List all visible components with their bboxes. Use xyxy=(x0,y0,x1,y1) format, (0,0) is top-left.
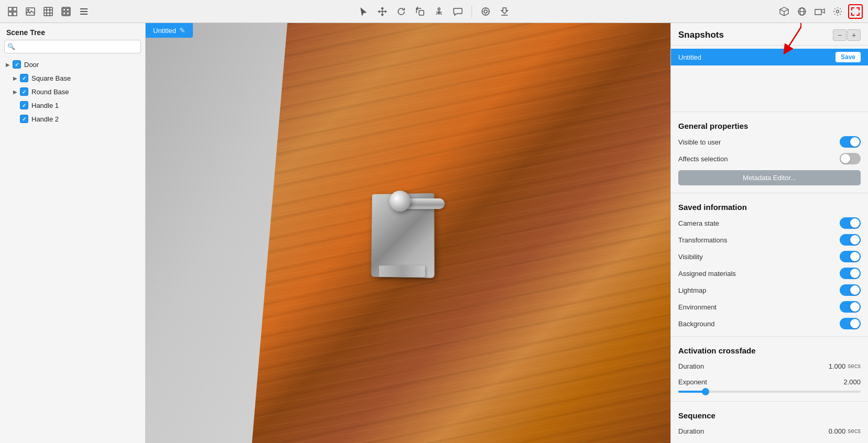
duration-row: Duration 1.000 secs xyxy=(671,358,868,374)
toolbar xyxy=(0,0,868,23)
rotate-icon[interactable] xyxy=(394,4,409,19)
camera-state-toggle[interactable] xyxy=(840,217,861,229)
settings-icon[interactable] xyxy=(830,4,845,19)
environment-toggle[interactable] xyxy=(840,301,861,313)
snapshot-save-button[interactable]: Save xyxy=(836,52,861,62)
tree-label-door: Door xyxy=(24,61,39,69)
sphere3d-icon[interactable] xyxy=(795,4,809,19)
cube3d-icon[interactable] xyxy=(777,4,791,19)
snapshot-header-buttons: − + xyxy=(833,29,861,41)
anchor-icon[interactable] xyxy=(432,4,447,19)
scene-tree-panel: Scene Tree 🔍 ▶ Door ▶ Square Base ▶ Roun… xyxy=(0,23,146,443)
visibility-row: Visibility xyxy=(671,248,868,265)
tree-expand-door[interactable]: ▶ xyxy=(4,61,12,68)
right-panel: Snapshots − + Untitled Save General prop… xyxy=(670,23,868,443)
snapshots-title: Snapshots xyxy=(678,30,724,40)
tree-checkbox-round-base[interactable] xyxy=(20,87,28,96)
search-input[interactable] xyxy=(4,40,141,53)
sequence-duration-row: Duration 0.000 secs xyxy=(671,423,868,439)
background-row: Background xyxy=(671,315,868,332)
svg-point-13 xyxy=(438,8,440,10)
svg-point-5 xyxy=(28,9,29,10)
tree-items: ▶ Door ▶ Square Base ▶ Round Base ▶ Hand… xyxy=(0,58,145,443)
visible-to-user-thumb xyxy=(850,137,860,147)
grid-icon[interactable] xyxy=(5,4,20,19)
search-icon: 🔍 xyxy=(7,43,15,50)
transformations-row: Transformations xyxy=(671,231,868,248)
image-icon[interactable] xyxy=(23,4,38,19)
target-icon[interactable] xyxy=(479,4,493,19)
background-toggle[interactable] xyxy=(840,318,861,329)
assigned-materials-thumb xyxy=(850,269,860,278)
comment-icon[interactable] xyxy=(451,4,465,19)
tree-item-handle-1[interactable]: ▶ Handle 1 xyxy=(0,98,145,112)
fullscreen-icon[interactable] xyxy=(848,4,863,19)
tree-expand-square-base[interactable]: ▶ xyxy=(12,74,19,82)
affects-selection-toggle[interactable] xyxy=(840,153,861,164)
toolbar-left xyxy=(5,4,91,19)
snapshot-minus-button[interactable]: − xyxy=(833,29,847,41)
visibility-toggle[interactable] xyxy=(840,251,861,262)
affects-selection-row: Affects selection xyxy=(671,150,868,167)
export-icon[interactable] xyxy=(497,4,512,19)
toolbar-separator xyxy=(472,5,472,18)
lightmap-row: Lightmap xyxy=(671,282,868,298)
tree-item-round-base[interactable]: ▶ Round Base xyxy=(0,85,145,98)
tree-item-door[interactable]: ▶ Door xyxy=(0,58,145,71)
viewport-edit-icon: ✎ xyxy=(179,26,186,35)
tree-item-handle-2[interactable]: ▶ Handle 2 xyxy=(0,112,145,126)
svg-rect-12 xyxy=(419,10,424,15)
viewport[interactable]: Untitled ✎ xyxy=(146,23,670,443)
lightmap-toggle[interactable] xyxy=(840,284,861,296)
metadata-editor-button[interactable]: Metadata Editor... xyxy=(678,170,861,185)
transformations-label: Transformations xyxy=(678,236,727,244)
divider-4 xyxy=(671,401,868,402)
exponent-slider-track[interactable] xyxy=(678,391,861,393)
viewport-tab-label: Untitled xyxy=(153,27,176,35)
lightmap-label: Lightmap xyxy=(678,286,706,294)
svg-point-15 xyxy=(484,10,487,13)
tree-item-square-base[interactable]: ▶ Square Base xyxy=(0,71,145,85)
tree-checkbox-square-base[interactable] xyxy=(20,74,28,82)
3d-scene[interactable] xyxy=(146,23,670,443)
tree-checkbox-handle-1[interactable] xyxy=(20,101,28,109)
exponent-value: 2.000 xyxy=(843,378,861,386)
camera-state-thumb xyxy=(850,218,860,228)
visible-to-user-row: Visible to user xyxy=(671,134,868,150)
affects-selection-thumb xyxy=(841,154,850,163)
camera-state-label: Camera state xyxy=(678,219,719,227)
handle-knob xyxy=(389,191,410,212)
transformations-thumb xyxy=(850,235,860,245)
assigned-materials-toggle[interactable] xyxy=(840,268,861,279)
cursor-icon[interactable] xyxy=(356,4,371,19)
transformations-toggle[interactable] xyxy=(840,234,861,246)
environment-label: Environment xyxy=(678,303,717,311)
scale-icon[interactable] xyxy=(413,4,428,19)
tree-expand-round-base[interactable]: ▶ xyxy=(12,88,19,95)
visible-to-user-toggle[interactable] xyxy=(840,136,861,148)
viewport-tab[interactable]: Untitled ✎ xyxy=(146,23,193,38)
sequence-title: Sequence xyxy=(671,406,868,423)
svg-rect-2 xyxy=(8,12,12,16)
snapshot-row[interactable]: Untitled Save xyxy=(671,49,868,65)
background-label: Background xyxy=(678,320,714,328)
move-icon[interactable] xyxy=(375,4,390,19)
activation-crossfade-title: Activation crossfade xyxy=(671,341,868,358)
affects-selection-label: Affects selection xyxy=(678,155,728,163)
grid3-icon[interactable] xyxy=(41,4,56,19)
lightmap-thumb xyxy=(850,285,860,295)
svg-rect-10 xyxy=(63,12,66,15)
svg-rect-9 xyxy=(67,8,69,11)
tree-checkbox-handle-2[interactable] xyxy=(20,115,28,123)
assigned-materials-row: Assigned materials xyxy=(671,265,868,282)
tree-checkbox-door[interactable] xyxy=(13,60,21,69)
photo-icon[interactable] xyxy=(59,4,73,19)
exponent-slider-thumb[interactable] xyxy=(702,388,709,395)
menu-icon[interactable] xyxy=(77,4,91,19)
exponent-row: Exponent 2.000 xyxy=(671,374,868,390)
svg-rect-8 xyxy=(63,8,66,11)
exponent-slider-row xyxy=(671,390,868,397)
camera-state-row: Camera state xyxy=(671,215,868,231)
snapshot-plus-button[interactable]: + xyxy=(847,29,861,41)
camera3d-icon[interactable] xyxy=(812,4,827,19)
